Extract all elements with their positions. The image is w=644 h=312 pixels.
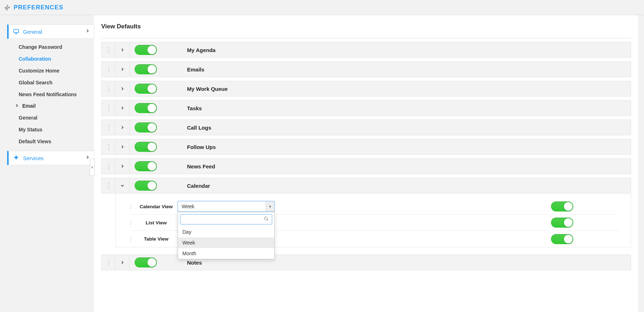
sidebar-collapse-handle[interactable] — [90, 159, 95, 176]
row-label: Notes — [187, 260, 202, 266]
row-label: Follow Ups — [187, 144, 216, 150]
nested-label: Calendar View — [135, 204, 178, 209]
scrollbar-gutter — [638, 15, 644, 312]
sidebar-item-customize-home[interactable]: Customize Home — [7, 65, 94, 76]
toggle-switch[interactable] — [135, 142, 157, 152]
toggle-switch[interactable] — [135, 181, 157, 191]
drag-handle-icon[interactable]: ⋮ — [127, 219, 135, 226]
view-defaults-list: ⋮ My Agenda ⋮ Emails ⋮ My Work Queue — [101, 42, 631, 270]
toggle-switch[interactable] — [135, 45, 157, 55]
calendar-view-row: ⋮ Calendar View Week ▼ — [127, 199, 620, 215]
row-label: Call Logs — [187, 125, 211, 131]
row-my-agenda: ⋮ My Agenda — [101, 42, 631, 58]
chevron-right-icon — [85, 155, 90, 161]
topbar: PREFERENCES — [0, 0, 644, 15]
calendar-view-select[interactable]: Week ▼ — [178, 201, 275, 212]
option-label: Month — [182, 251, 196, 256]
dropdown-option-week[interactable]: Week — [178, 237, 274, 248]
puzzle-icon — [13, 155, 19, 161]
sidebar-item-default-views[interactable]: Default Views — [7, 135, 94, 147]
row-calendar: ⋮ Calendar — [101, 178, 631, 194]
option-label: Day — [182, 229, 191, 235]
select-value: Week — [178, 204, 266, 209]
nested-label: Table View — [135, 236, 178, 242]
main-panel: View Defaults ⋮ My Agenda ⋮ Emails — [94, 15, 638, 312]
nested-label: List View — [135, 220, 178, 225]
dropdown-option-day[interactable]: Day — [178, 227, 274, 237]
expand-button[interactable] — [115, 159, 130, 174]
sidebar-item-my-status[interactable]: My Status — [7, 124, 94, 135]
row-emails: ⋮ Emails — [101, 61, 631, 77]
option-label: Week — [182, 240, 195, 246]
drag-handle-icon[interactable]: ⋮ — [102, 255, 115, 270]
collapse-button[interactable] — [115, 178, 130, 193]
expand-button[interactable] — [115, 139, 130, 154]
expand-button[interactable] — [115, 101, 130, 116]
sidebar-group-general[interactable]: General — [7, 24, 94, 39]
row-label: News Feed — [187, 163, 215, 169]
sidebar-item-label: Customize Home — [19, 68, 60, 74]
drag-handle-icon[interactable]: ⋮ — [102, 159, 115, 174]
sidebar-item-label: General — [19, 115, 37, 121]
row-news-feed: ⋮ News Feed — [101, 158, 631, 174]
drag-handle-icon[interactable]: ⋮ — [127, 236, 135, 242]
toggle-switch[interactable] — [135, 84, 157, 94]
row-label: Tasks — [187, 105, 202, 111]
sidebar-general-list: Change Password Collaboration Customize … — [7, 39, 94, 151]
drag-handle-icon[interactable]: ⋮ — [102, 42, 115, 57]
toggle-switch[interactable] — [551, 201, 573, 211]
toggle-switch[interactable] — [135, 122, 157, 132]
sidebar-item-label: Global Search — [19, 80, 52, 85]
divider — [101, 38, 631, 38]
sidebar-subhead-email[interactable]: Email — [7, 100, 94, 112]
toggle-switch[interactable] — [135, 161, 157, 171]
svg-rect-1 — [14, 29, 19, 33]
calendar-sub-panel: ⋮ Calendar View Week ▼ — [116, 194, 631, 247]
expand-button[interactable] — [115, 62, 130, 77]
toggle-switch[interactable] — [551, 234, 573, 244]
expand-button[interactable] — [115, 120, 130, 135]
row-label: My Work Queue — [187, 86, 228, 92]
drag-handle-icon[interactable]: ⋮ — [102, 139, 115, 154]
sidebar-group-label: Services — [23, 155, 85, 161]
sidebar-group-services[interactable]: Services — [7, 151, 94, 165]
drag-handle-icon[interactable]: ⋮ — [102, 101, 115, 116]
drag-handle-icon[interactable]: ⋮ — [102, 178, 115, 193]
toggle-switch[interactable] — [551, 218, 573, 228]
drag-handle-icon[interactable]: ⋮ — [102, 81, 115, 96]
caret-down-icon: ▼ — [266, 201, 274, 211]
drag-handle-icon[interactable]: ⋮ — [102, 62, 115, 77]
sidebar-item-label: News Feed Notifications — [19, 92, 77, 97]
toggle-switch[interactable] — [135, 64, 157, 74]
sidebar-item-global-search[interactable]: Global Search — [7, 76, 94, 88]
toggle-switch[interactable] — [135, 257, 157, 267]
preferences-icon — [4, 4, 11, 11]
row-label: Calendar — [187, 183, 210, 189]
chevron-right-icon — [14, 103, 19, 109]
sidebar-item-email-general[interactable]: General — [7, 112, 94, 124]
dropdown-option-month[interactable]: Month — [178, 248, 274, 259]
sidebar-item-change-password[interactable]: Change Password — [7, 41, 94, 53]
sidebar-item-label: Collaboration — [19, 56, 51, 62]
sidebar-item-news-feed-notifications[interactable]: News Feed Notifications — [7, 88, 94, 100]
toggle-switch[interactable] — [135, 103, 157, 113]
drag-handle-icon[interactable]: ⋮ — [102, 120, 115, 135]
drag-handle-icon[interactable]: ⋮ — [127, 203, 135, 210]
row-call-logs: ⋮ Call Logs — [101, 120, 631, 135]
svg-point-2 — [265, 217, 267, 220]
expand-button[interactable] — [115, 81, 130, 96]
monitor-icon — [13, 28, 19, 35]
sidebar-item-label: Change Password — [19, 44, 62, 50]
search-icon — [263, 216, 269, 223]
row-tasks: ⋮ Tasks — [101, 100, 631, 116]
dropdown-search-input[interactable] — [180, 214, 272, 224]
expand-button[interactable] — [115, 42, 130, 57]
sidebar-item-collaboration[interactable]: Collaboration — [7, 53, 94, 65]
expand-button[interactable] — [115, 255, 130, 270]
row-follow-ups: ⋮ Follow Ups — [101, 139, 631, 155]
sidebar-item-label: Email — [22, 103, 36, 109]
section-title: View Defaults — [101, 23, 631, 30]
page-title: PREFERENCES — [14, 4, 64, 11]
sidebar-item-label: My Status — [19, 127, 42, 132]
sidebar-item-label: Default Views — [19, 139, 51, 144]
